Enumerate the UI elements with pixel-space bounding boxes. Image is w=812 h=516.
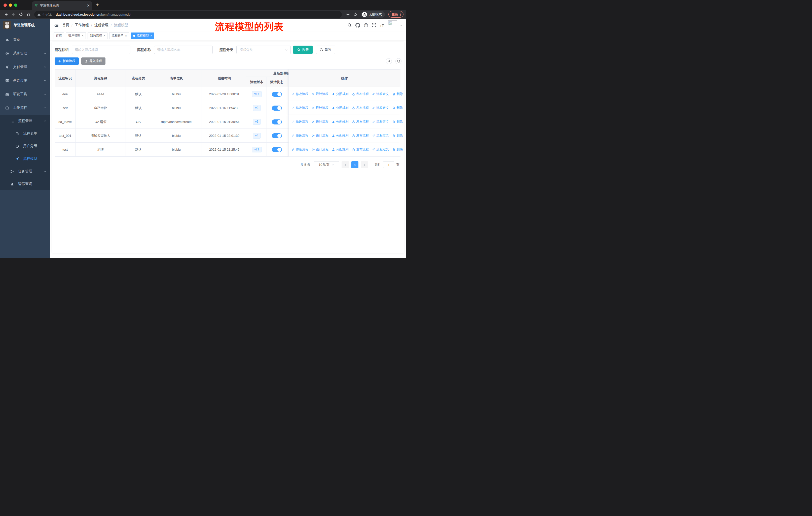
- reset-button[interactable]: 重置: [316, 46, 335, 54]
- search-button[interactable]: 搜索: [293, 46, 313, 54]
- next-page-button[interactable]: [361, 161, 368, 168]
- tag-close-icon[interactable]: ×: [150, 34, 152, 37]
- create-process-button[interactable]: 新建流程: [55, 57, 79, 65]
- breadcrumb-item[interactable]: 流程管理: [94, 23, 109, 27]
- action-设计流程[interactable]: 设计流程: [312, 92, 328, 96]
- action-流程定义[interactable]: 流程定义: [372, 106, 389, 110]
- cell-form-info-link[interactable]: biubiu: [172, 106, 181, 110]
- action-删除[interactable]: 删除: [392, 147, 403, 152]
- cell-form-info-link[interactable]: biubiu: [172, 147, 181, 152]
- cell-form-info-link[interactable]: biubiu: [172, 92, 181, 96]
- goto-page-input[interactable]: [383, 161, 394, 168]
- action-分配规则[interactable]: 分配规则: [332, 106, 349, 110]
- category-select[interactable]: 流程分类: [236, 46, 291, 54]
- import-process-button[interactable]: 导入流程: [81, 57, 106, 65]
- active-toggle[interactable]: [272, 92, 282, 97]
- sidebar-item-流程模型[interactable]: 流程模型: [0, 153, 50, 165]
- zoom-window-button[interactable]: [14, 3, 18, 7]
- page-number-button[interactable]: 1: [351, 161, 358, 168]
- incognito-badge[interactable]: 无痕模式: [361, 11, 385, 18]
- action-修改流程[interactable]: 修改流程: [291, 92, 308, 96]
- sidebar-item-用户分组[interactable]: 用户分组: [0, 140, 50, 153]
- back-icon[interactable]: [2, 11, 9, 18]
- process-key-input[interactable]: [72, 46, 130, 54]
- update-button[interactable]: 更新: [388, 11, 404, 18]
- sidebar-item-流程表单[interactable]: 流程表单: [0, 127, 50, 140]
- action-修改流程[interactable]: 修改流程: [291, 106, 308, 110]
- action-设计流程[interactable]: 设计流程: [312, 106, 328, 110]
- tag-租户管理[interactable]: 租户管理×: [66, 32, 86, 39]
- cell-process-name-link[interactable]: 滔博: [97, 147, 104, 152]
- sidebar-item-基础设施[interactable]: 基础设施: [0, 74, 50, 87]
- active-toggle[interactable]: [272, 147, 282, 152]
- action-流程定义[interactable]: 流程定义: [372, 147, 389, 152]
- breadcrumb-item[interactable]: 首页: [62, 23, 69, 27]
- action-发布流程[interactable]: 发布流程: [352, 134, 369, 138]
- action-流程定义[interactable]: 流程定义: [372, 120, 389, 124]
- action-删除[interactable]: 删除: [392, 134, 403, 138]
- tag-流程表单[interactable]: 流程表单×: [109, 32, 129, 39]
- breadcrumb-item[interactable]: 工作流程: [75, 23, 89, 27]
- action-分配规则[interactable]: 分配规则: [332, 147, 349, 152]
- prev-page-button[interactable]: [342, 161, 349, 168]
- key-icon[interactable]: [344, 11, 351, 18]
- active-toggle[interactable]: [272, 119, 282, 125]
- action-发布流程[interactable]: 发布流程: [352, 106, 369, 110]
- tag-流程模型[interactable]: 流程模型×: [131, 32, 154, 39]
- reload-icon[interactable]: [18, 11, 24, 18]
- cell-process-name-link[interactable]: eeee: [97, 92, 104, 96]
- active-toggle[interactable]: [272, 133, 282, 138]
- bookmark-star-icon[interactable]: [352, 11, 358, 18]
- cell-process-name-link[interactable]: OA 请假: [95, 120, 107, 124]
- tab-close-icon[interactable]: ✕: [87, 4, 90, 7]
- browser-tab[interactable]: 芋道管理系统 ✕: [32, 1, 92, 10]
- close-window-button[interactable]: [3, 3, 7, 7]
- avatar-caret-icon[interactable]: [400, 24, 403, 27]
- sidebar-item-工作流程[interactable]: 工作流程: [0, 101, 50, 115]
- action-流程定义[interactable]: 流程定义: [372, 92, 389, 96]
- action-发布流程[interactable]: 发布流程: [352, 92, 369, 96]
- action-发布流程[interactable]: 发布流程: [352, 147, 369, 152]
- tag-我的流程[interactable]: 我的流程×: [88, 32, 108, 39]
- toggle-search-button[interactable]: [386, 58, 392, 64]
- security-warning-icon[interactable]: [37, 12, 41, 16]
- security-label[interactable]: 不安全: [42, 12, 52, 17]
- minimize-window-button[interactable]: [9, 3, 12, 7]
- tag-close-icon[interactable]: ×: [82, 34, 84, 37]
- sidebar-item-首页[interactable]: 首页: [0, 33, 50, 47]
- action-修改流程[interactable]: 修改流程: [291, 120, 308, 124]
- action-删除[interactable]: 删除: [392, 92, 403, 96]
- action-流程定义[interactable]: 流程定义: [372, 134, 389, 138]
- action-分配规则[interactable]: 分配规则: [332, 92, 349, 96]
- cell-form-info-link[interactable]: biubiu: [172, 134, 181, 138]
- hamburger-icon[interactable]: [53, 21, 60, 29]
- sidebar-item-任务管理[interactable]: 任务管理: [0, 165, 50, 178]
- home-icon[interactable]: [25, 11, 32, 18]
- action-设计流程[interactable]: 设计流程: [312, 120, 328, 124]
- process-name-input[interactable]: [154, 46, 213, 54]
- tag-首页[interactable]: 首页: [54, 32, 64, 39]
- action-设计流程[interactable]: 设计流程: [312, 134, 328, 138]
- action-分配规则[interactable]: 分配规则: [332, 120, 349, 124]
- action-分配规则[interactable]: 分配规则: [332, 134, 349, 138]
- forward-icon[interactable]: [10, 11, 17, 18]
- sidebar-item-支付管理[interactable]: 支付管理: [0, 60, 50, 74]
- address-bar[interactable]: 不安全 dashboard.yudao.iocoder.cn/bpm/manag…: [34, 11, 342, 18]
- refresh-table-button[interactable]: [396, 58, 402, 64]
- action-修改流程[interactable]: 修改流程: [291, 134, 308, 138]
- browser-menu-icon[interactable]: [400, 12, 401, 17]
- avatar[interactable]: [388, 20, 397, 30]
- font-size-icon[interactable]: ᴛT: [380, 23, 384, 27]
- help-icon[interactable]: ?: [364, 23, 368, 27]
- sidebar-item-研发工具[interactable]: 研发工具: [0, 87, 50, 101]
- active-toggle[interactable]: [272, 106, 282, 111]
- github-icon[interactable]: [355, 23, 360, 28]
- fullscreen-icon[interactable]: [372, 23, 376, 27]
- new-tab-button[interactable]: +: [96, 2, 99, 8]
- sidebar-item-请假查询[interactable]: 请假查询: [0, 178, 50, 190]
- cell-process-name-link[interactable]: 自己审批: [94, 106, 107, 110]
- action-设计流程[interactable]: 设计流程: [312, 147, 328, 152]
- tag-close-icon[interactable]: ×: [125, 34, 127, 37]
- tag-close-icon[interactable]: ×: [104, 34, 105, 37]
- action-删除[interactable]: 删除: [392, 106, 403, 110]
